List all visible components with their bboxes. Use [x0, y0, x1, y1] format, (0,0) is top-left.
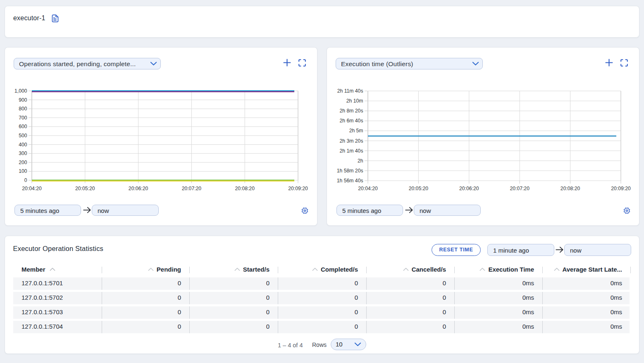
svg-text:500: 500 [19, 133, 27, 139]
svg-text:1,000: 1,000 [14, 88, 27, 94]
svg-text:20:05:20: 20:05:20 [75, 186, 95, 191]
svg-text:20:08:20: 20:08:20 [235, 186, 255, 191]
svg-text:1h 58m 20s: 1h 58m 20s [337, 168, 363, 174]
svg-text:700: 700 [19, 115, 27, 121]
svg-text:2h 8m 20s: 2h 8m 20s [340, 108, 363, 114]
svg-text:2h 5m: 2h 5m [349, 128, 363, 134]
svg-text:20:08:20: 20:08:20 [561, 186, 580, 191]
svg-text:300: 300 [19, 150, 27, 156]
svg-text:100: 100 [19, 168, 27, 174]
svg-text:200: 200 [19, 160, 27, 165]
svg-text:20:06:20: 20:06:20 [129, 186, 148, 191]
svg-text:2h 3m 20s: 2h 3m 20s [340, 138, 363, 144]
svg-text:20:05:20: 20:05:20 [409, 186, 429, 191]
svg-text:1h 56m 40s: 1h 56m 40s [337, 178, 363, 184]
svg-text:20:07:20: 20:07:20 [510, 186, 530, 191]
svg-text:600: 600 [19, 124, 27, 129]
svg-text:2h: 2h [358, 158, 363, 164]
svg-text:20:09:20: 20:09:20 [611, 186, 631, 191]
svg-text:20:04:20: 20:04:20 [22, 186, 42, 191]
svg-text:900: 900 [19, 97, 27, 103]
svg-text:0: 0 [24, 177, 27, 183]
svg-text:2h 11m 40s: 2h 11m 40s [337, 88, 363, 94]
svg-text:20:06:20: 20:06:20 [459, 186, 479, 191]
svg-text:20:07:20: 20:07:20 [182, 186, 202, 191]
svg-text:20:04:20: 20:04:20 [358, 186, 378, 191]
svg-text:2h 6m 40s: 2h 6m 40s [340, 118, 363, 124]
svg-text:400: 400 [19, 142, 27, 148]
svg-text:2h 10m: 2h 10m [346, 98, 363, 104]
svg-text:800: 800 [19, 106, 27, 112]
svg-text:20:09:20: 20:09:20 [288, 186, 308, 191]
svg-text:2h 1m 40s: 2h 1m 40s [340, 148, 363, 154]
